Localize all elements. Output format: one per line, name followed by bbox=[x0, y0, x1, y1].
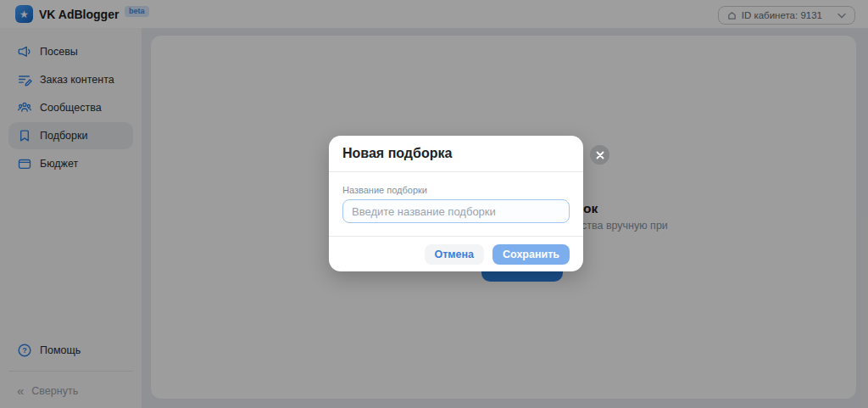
collection-name-label: Название подборки bbox=[342, 185, 570, 195]
cancel-button[interactable]: Отмена bbox=[425, 244, 485, 265]
app-window: ★ VK AdBlogger beta ID кабинета: 9131 По… bbox=[0, 0, 868, 408]
close-icon bbox=[596, 151, 604, 159]
modal-header: Новая подборка bbox=[329, 136, 583, 172]
modal-footer: Отмена Сохранить bbox=[329, 236, 583, 271]
save-button[interactable]: Сохранить bbox=[492, 244, 570, 265]
modal-close-button[interactable] bbox=[590, 145, 609, 165]
modal-title: Новая подборка bbox=[342, 146, 452, 161]
collection-name-input[interactable] bbox=[342, 199, 570, 223]
new-collection-modal: Новая подборка Название подборки Отмена … bbox=[329, 136, 583, 271]
modal-body: Название подборки bbox=[329, 172, 583, 236]
